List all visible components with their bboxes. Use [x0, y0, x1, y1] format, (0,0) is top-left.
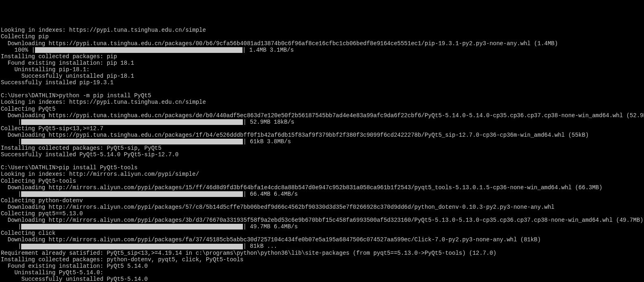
terminal-line: C:\Users\DATHLIN>pip install PyQt5-tools [1, 164, 643, 171]
terminal-line: Downloading http://mirrors.aliyun.com/py… [1, 236, 643, 243]
terminal-line: Collecting PyQt5-sip<13,>=12.7 [1, 125, 643, 132]
progress-suffix: | 52.9MB 18kB/s [243, 119, 294, 125]
terminal-line: || 81kB ... [1, 243, 643, 249]
terminal-line: Found existing installation: pip 18.1 [1, 60, 643, 66]
terminal-line: Looking in indexes: https://pypi.tuna.ts… [1, 27, 643, 33]
terminal-line: Successfully uninstalled PyQt5-5.14.0 [1, 276, 643, 282]
progress-bar [21, 119, 243, 125]
terminal-line: Requirement already satisfied: PyQt5_sip… [1, 250, 643, 256]
progress-suffix: | 49.7MB 6.4MB/s [243, 223, 297, 230]
terminal-line: C:\Users\DATHLIN>python -m pip install P… [1, 92, 643, 99]
terminal-line: || 52.9MB 18kB/s [1, 119, 643, 125]
terminal-line: 100% || 1.4MB 3.1MB/s [1, 47, 643, 53]
terminal-line: || 49.7MB 6.4MB/s [1, 223, 643, 230]
terminal-line: Collecting pyqt5==5.13.0 [1, 210, 643, 217]
prompt: C:\Users\DATHLIN> [1, 92, 59, 99]
prompt: C:\Users\DATHLIN> [1, 164, 59, 171]
progress-prefix: | [1, 243, 21, 249]
progress-prefix: 100% | [1, 47, 35, 53]
terminal-line: Downloading http://mirrors.aliyun.com/py… [1, 204, 643, 210]
terminal-line: Installing collected packages: PyQt5-sip… [1, 145, 643, 151]
progress-bar [21, 191, 243, 197]
terminal-line: Looking in indexes: https://pypi.tuna.ts… [1, 99, 643, 105]
terminal-line: Successfully installed PyQt5-5.14.0 PyQt… [1, 151, 643, 158]
progress-suffix: | 61kB 3.8MB/s [243, 138, 291, 145]
progress-prefix: | [1, 223, 21, 230]
terminal-line: Downloading https://pypi.tuna.tsinghua.e… [1, 132, 643, 138]
progress-bar [21, 139, 243, 144]
terminal-line: Uninstalling pip-18.1: [1, 66, 643, 73]
terminal-line: Looking in indexes: http://mirrors.aliyu… [1, 171, 643, 177]
terminal-line [1, 86, 643, 92]
progress-suffix: | 66.4MB 6.4MB/s [243, 191, 297, 197]
terminal-line: || 61kB 3.8MB/s [1, 138, 643, 145]
terminal-line: Collecting python-dotenv [1, 197, 643, 204]
terminal-line: Installing collected packages: python-do… [1, 256, 643, 263]
command-text: python -m pip install PyQt5 [59, 92, 151, 99]
progress-prefix: | [1, 191, 21, 197]
progress-bar [21, 224, 243, 230]
terminal-line: Installing collected packages: pip [1, 53, 643, 60]
terminal-line: Collecting PyQt5-tools [1, 178, 643, 184]
terminal-line: Successfully installed pip-19.3.1 [1, 79, 643, 86]
progress-prefix: | [1, 119, 21, 125]
terminal-line: Downloading http://mirrors.aliyun.com/py… [1, 184, 643, 191]
progress-suffix: | 1.4MB 3.1MB/s [242, 47, 294, 53]
terminal-output[interactable]: Looking in indexes: https://pypi.tuna.ts… [1, 27, 643, 282]
progress-bar [21, 244, 243, 249]
terminal-line: || 66.4MB 6.4MB/s [1, 191, 643, 197]
terminal-line: Collecting pip [1, 33, 643, 40]
terminal-line: Successfully uninstalled pip-18.1 [1, 73, 643, 79]
terminal-line [1, 158, 643, 164]
terminal-line: Uninstalling PyQt5-5.14.0: [1, 269, 643, 276]
terminal-line: Found existing installation: PyQt5 5.14.… [1, 263, 643, 269]
terminal-line: Downloading http://mirrors.aliyun.com/py… [1, 217, 643, 223]
terminal-line: Collecting click [1, 230, 643, 236]
terminal-line: Downloading https://pypi.tuna.tsinghua.e… [1, 40, 643, 47]
command-text: pip install PyQt5-tools [59, 164, 138, 171]
progress-prefix: | [1, 138, 21, 145]
progress-suffix: | 81kB ... [243, 243, 277, 249]
terminal-line: Collecting PyQt5 [1, 106, 643, 112]
progress-bar [35, 47, 242, 53]
terminal-line: Downloading https://pypi.tuna.tsinghua.e… [1, 112, 643, 119]
